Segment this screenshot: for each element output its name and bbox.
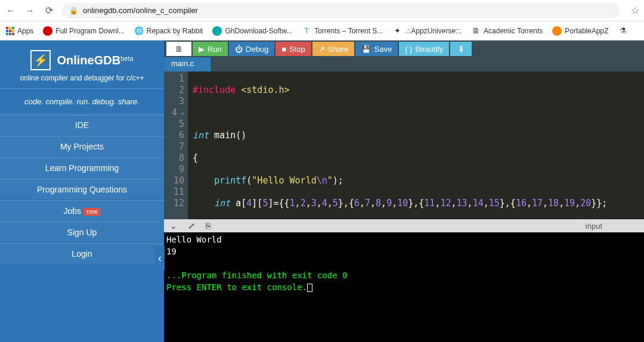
braces-icon: { } xyxy=(405,45,412,54)
console-line: ...Program finished with exit code 0 xyxy=(166,269,642,281)
favicon-icon: T xyxy=(302,26,311,36)
console-line: Press ENTER to exit console. xyxy=(166,282,307,292)
address-bar[interactable]: 🔒 onlinegdb.com/online_c_compiler xyxy=(62,3,619,18)
save-button[interactable]: 💾Save xyxy=(355,42,398,56)
tagline: online compiler and debugger for c/c++ xyxy=(5,74,159,82)
tab-row: main.c xyxy=(164,57,644,71)
bookmark-item[interactable]: GhDownload-Softw... xyxy=(212,26,292,36)
new-file-button[interactable]: 🗎 xyxy=(166,42,191,56)
line-gutter: 123 4 ▾ 567 8910 1112 xyxy=(164,71,188,219)
sidebar-item-learn[interactable]: Learn Programming xyxy=(0,157,164,179)
file-tab[interactable]: main.c xyxy=(164,57,210,71)
share-button[interactable]: ↗Share xyxy=(312,42,355,56)
debug-icon: ⏻ xyxy=(235,45,243,54)
main-area: 🗎 ▶Run ⏻Debug ■Stop ↗Share 💾Save { }Beau… xyxy=(164,41,644,342)
console-line: 19 xyxy=(166,245,642,257)
expand-icon[interactable]: ⤢ xyxy=(188,221,195,231)
bookmark-apps[interactable]: Apps xyxy=(6,27,33,35)
share-icon: ↗ xyxy=(318,45,325,54)
stop-button[interactable]: ■Stop xyxy=(275,42,311,56)
download-icon: ⬇ xyxy=(458,45,465,54)
favicon-icon xyxy=(552,26,562,36)
cursor-icon xyxy=(307,284,312,292)
file-icon: 🗎 xyxy=(175,45,183,54)
bookmarks-bar: Apps Full Program Downl... 🌐Repack by Ra… xyxy=(0,21,644,41)
console-output[interactable]: Hello World 19 ...Program finished with … xyxy=(164,232,644,342)
sidebar-item-jobs[interactable]: Jobsnew xyxy=(0,200,164,222)
apps-icon xyxy=(6,27,14,35)
sidebar: ⚡ OnlineGDBbeta online compiler and debu… xyxy=(0,41,164,342)
console-line: Hello World xyxy=(166,234,642,245)
sidebar-item-projects[interactable]: My Projects xyxy=(0,136,164,157)
code-editor[interactable]: 123 4 ▾ 567 8910 1112 #include <stdio.h>… xyxy=(164,71,644,219)
bookmark-item[interactable]: ✦.::AppzUniverse::. xyxy=(392,26,462,36)
stop-icon: ■ xyxy=(281,45,286,54)
bookmark-star-icon[interactable]: ☆ xyxy=(631,5,639,16)
logo-text: OnlineGDB xyxy=(57,54,120,67)
sidebar-item-ide[interactable]: IDE xyxy=(0,114,164,136)
favicon-icon: ✦ xyxy=(392,26,402,36)
toolbar: 🗎 ▶Run ⏻Debug ■Stop ↗Share 💾Save { }Beau… xyxy=(164,41,644,57)
run-button[interactable]: ▶Run xyxy=(193,42,228,56)
play-icon: ▶ xyxy=(199,45,205,54)
url-text: onlinegdb.com/online_c_compiler xyxy=(83,6,198,15)
code-content[interactable]: #include <stdio.h> int main() { printf("… xyxy=(188,71,644,219)
favicon-icon xyxy=(212,26,222,36)
console-toolbar: ⌄ ⤢ ⎘ input xyxy=(164,219,644,232)
favicon-icon: 🗎 xyxy=(471,26,481,36)
download-button[interactable]: ⬇ xyxy=(450,42,472,56)
input-label: input xyxy=(586,222,602,231)
beautify-button[interactable]: { }Beautify xyxy=(399,42,449,56)
sidebar-item-login[interactable]: Login xyxy=(0,243,164,265)
favicon-icon: 🌐 xyxy=(134,26,144,36)
debug-button[interactable]: ⏻Debug xyxy=(229,42,274,56)
favicon-icon xyxy=(43,26,52,36)
logo-icon: ⚡ xyxy=(30,50,51,70)
back-button[interactable]: ← xyxy=(5,5,17,17)
new-badge: new xyxy=(83,208,100,216)
browser-nav-bar: ← → ⟳ 🔒 onlinegdb.com/online_c_compiler … xyxy=(0,0,644,21)
copy-icon[interactable]: ⎘ xyxy=(206,221,210,231)
bookmark-item[interactable]: Full Program Downl... xyxy=(43,26,124,36)
bookmark-item[interactable]: PortableAppZ xyxy=(552,26,608,36)
sidebar-item-questions[interactable]: Programming Questions xyxy=(0,179,164,200)
collapse-sidebar-button[interactable]: ‹ xyxy=(155,246,165,270)
lock-icon: 🔒 xyxy=(69,7,78,15)
bookmark-item[interactable]: ⚗ xyxy=(618,26,628,36)
forward-button[interactable]: → xyxy=(24,5,36,17)
save-icon: 💾 xyxy=(361,45,371,54)
logo-block: ⚡ OnlineGDBbeta online compiler and debu… xyxy=(0,41,164,88)
chevron-down-icon[interactable]: ⌄ xyxy=(170,221,177,231)
bookmark-item[interactable]: 🗎Academic Torrents xyxy=(471,26,543,36)
bookmark-item[interactable]: 🌐Repack by Rabbit xyxy=(134,26,203,36)
logo-beta: beta xyxy=(120,54,133,61)
favicon-icon: ⚗ xyxy=(618,26,628,36)
sidebar-item-signup[interactable]: Sign Up xyxy=(0,222,164,243)
reload-button[interactable]: ⟳ xyxy=(43,5,55,17)
bookmark-item[interactable]: TTorrents – Torrent S... xyxy=(302,26,383,36)
tagline2: code. compile. run. debug. share. xyxy=(0,88,164,114)
